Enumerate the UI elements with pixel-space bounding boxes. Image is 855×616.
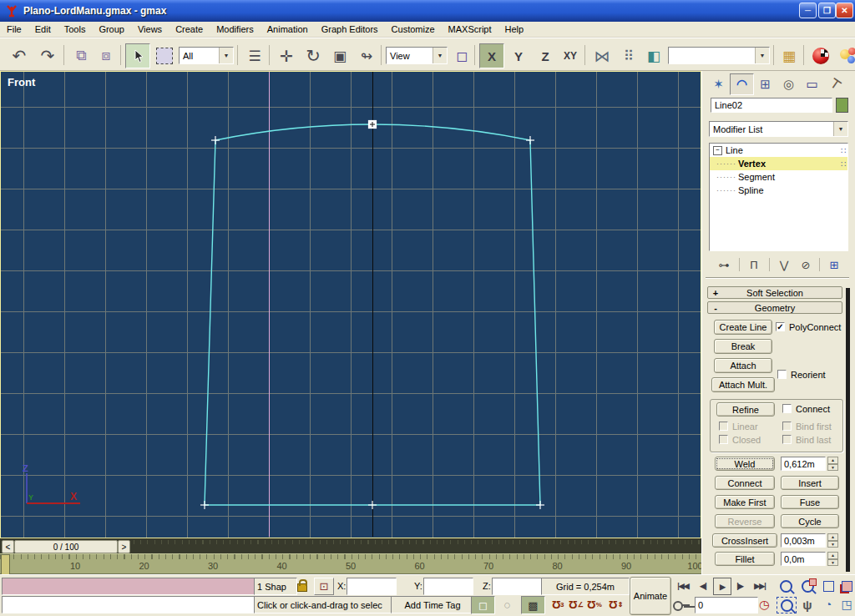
z-coord-field[interactable]	[492, 578, 542, 595]
polyconnect-checkbox[interactable]: ✓	[776, 322, 785, 331]
key-mode-icon[interactable]	[671, 598, 693, 613]
undo-icon[interactable]: ↶	[7, 43, 32, 68]
weld-threshold-field[interactable]: 0,612m	[781, 457, 826, 471]
stack-row-spline[interactable]: ······ Spline	[710, 184, 847, 197]
material-editor-icon[interactable]	[808, 43, 833, 68]
use-pivot-point-center-icon[interactable]: ◻	[449, 43, 474, 68]
tab-hierarchy-icon[interactable]: ⊞	[753, 73, 777, 95]
zoom-all-icon[interactable]	[798, 578, 817, 593]
menu-create[interactable]: Create	[169, 23, 210, 36]
object-color-swatch[interactable]	[836, 98, 848, 113]
absolute-mode-icon[interactable]: ⊡	[314, 578, 334, 595]
track-bar[interactable]: 102030405060708090100	[0, 553, 701, 574]
min-max-toggle-icon[interactable]: ◳	[838, 597, 855, 612]
spinner-snap-icon[interactable]: Ω⇕	[608, 597, 625, 612]
stack-row-vertex[interactable]: ······ Vertex ∷	[710, 157, 847, 170]
spinner-down-icon[interactable]: ▼	[827, 541, 838, 548]
restrict-to-z-button[interactable]: Z	[533, 43, 558, 68]
spinner-down-icon[interactable]: ▼	[827, 464, 838, 472]
menu-help[interactable]: Help	[498, 23, 531, 36]
checkered-cube-toggle-icon[interactable]: ▩	[521, 596, 545, 614]
y-coord-field[interactable]	[423, 578, 473, 595]
restrict-to-xy-plane-button[interactable]: XY	[558, 43, 583, 68]
animate-button[interactable]: Animate	[630, 577, 671, 615]
maxscript-mini-listener-pink[interactable]	[2, 578, 255, 595]
align-icon[interactable]: ◧	[641, 43, 666, 68]
menu-group[interactable]: Group	[92, 23, 131, 36]
menu-edit[interactable]: Edit	[28, 23, 58, 36]
menu-tools[interactable]: Tools	[58, 23, 93, 36]
object-name-field[interactable]: Line02	[711, 98, 832, 113]
menu-file[interactable]: File	[0, 23, 28, 36]
tab-motion-icon[interactable]: ◎	[777, 73, 801, 95]
time-configuration-icon[interactable]: ◷	[755, 597, 773, 612]
fillet-spinner[interactable]: ▲▼	[827, 552, 838, 566]
shaded-cube-toggle-icon[interactable]: ◻	[471, 596, 495, 614]
maxscript-mini-listener-white[interactable]	[2, 596, 255, 613]
pin-stack-icon[interactable]: ⊶	[714, 256, 734, 273]
cross-insert-field[interactable]: 0,003m	[781, 533, 826, 548]
zoom-icon[interactable]	[777, 578, 795, 593]
attach-mult-button[interactable]: Attach Mult.	[711, 377, 775, 392]
redo-icon[interactable]: ↷	[35, 43, 60, 68]
fillet-field[interactable]: 0,0m	[781, 552, 826, 566]
current-frame-field[interactable]: 0	[695, 597, 758, 613]
select-and-rotate-icon[interactable]: ↻	[301, 43, 326, 68]
pan-hand-icon[interactable]: ψ	[798, 597, 817, 612]
angle-snap-icon[interactable]: Ω∠	[568, 597, 584, 612]
menu-views[interactable]: Views	[131, 23, 169, 36]
reference-coordinate-system-dropdown[interactable]: View ▼	[386, 47, 448, 64]
refine-button[interactable]: Refine	[716, 402, 775, 417]
minimize-button[interactable]: ─	[799, 3, 817, 18]
menu-customize[interactable]: Customize	[385, 23, 442, 36]
frame-back-button[interactable]: <	[2, 540, 14, 553]
select-object-button[interactable]	[125, 43, 150, 68]
create-line-button[interactable]: Create Line	[714, 320, 772, 335]
spinner-down-icon[interactable]: ▼	[827, 559, 838, 567]
attach-button[interactable]: Attach	[714, 358, 772, 373]
restrict-to-x-button[interactable]: X	[479, 43, 504, 68]
line02-spline-shape[interactable]	[0, 71, 701, 538]
previous-frame-icon[interactable]: ◀|	[695, 578, 711, 593]
selection-lock-icon[interactable]	[296, 578, 309, 593]
frame-forward-button[interactable]: >	[118, 540, 130, 553]
configure-modifier-sets-icon[interactable]: ⊞	[824, 256, 844, 273]
insert-button[interactable]: Insert	[781, 476, 839, 490]
fuse-button[interactable]: Fuse	[781, 495, 839, 509]
stack-row-line[interactable]: − Line ∷	[710, 144, 847, 157]
time-slider[interactable]: 0 / 100	[14, 540, 118, 553]
restore-button[interactable]: ❐	[818, 3, 836, 18]
rollout-soft-selection[interactable]: + Soft Selection	[707, 286, 842, 299]
rollout-geometry[interactable]: - Geometry	[707, 301, 842, 314]
menu-modifiers[interactable]: Modifiers	[210, 23, 261, 36]
modifier-list-dropdown[interactable]: Modifier List ▼	[709, 121, 848, 137]
mirror-icon[interactable]: ⋈	[589, 43, 615, 68]
spinner-up-icon[interactable]: ▲	[827, 533, 838, 541]
close-button[interactable]: ✕	[836, 3, 853, 18]
show-end-result-icon[interactable]: Π	[744, 256, 764, 273]
go-to-start-icon[interactable]: |◀◀	[673, 578, 693, 593]
cross-insert-button[interactable]: CrossInsert	[712, 533, 777, 548]
rectangular-selection-region-icon[interactable]	[152, 43, 177, 68]
select-and-manipulate-icon[interactable]: ↬	[354, 43, 379, 68]
play-button[interactable]: ▶	[713, 578, 731, 595]
add-time-tag[interactable]: Add Time Tag	[391, 596, 474, 613]
snap-3d-icon[interactable]: Ω3	[549, 597, 566, 612]
weld-spinner[interactable]: ▲▼	[827, 457, 838, 471]
percent-snap-icon[interactable]: Ω%	[586, 597, 603, 612]
cycle-button[interactable]: Cycle	[781, 514, 839, 528]
reorient-checkbox[interactable]	[777, 370, 787, 379]
spinner-up-icon[interactable]: ▲	[827, 457, 838, 464]
spinner-up-icon[interactable]: ▲	[827, 552, 838, 559]
restrict-to-y-button[interactable]: Y	[506, 43, 531, 68]
rollout-scrollbar[interactable]	[846, 288, 850, 572]
cross-insert-spinner[interactable]: ▲▼	[827, 533, 838, 548]
refine-connect-checkbox[interactable]	[782, 404, 792, 413]
track-view-icon[interactable]: ▦	[777, 43, 802, 68]
make-unique-icon[interactable]: ⋁	[774, 256, 794, 273]
select-by-name-icon[interactable]: ☰	[242, 43, 267, 68]
zoom-extents-icon[interactable]	[820, 578, 837, 593]
track-bar-handle[interactable]	[1, 554, 10, 576]
collapse-icon[interactable]: −	[713, 146, 722, 155]
remove-modifier-icon[interactable]: ⊘	[796, 256, 816, 273]
